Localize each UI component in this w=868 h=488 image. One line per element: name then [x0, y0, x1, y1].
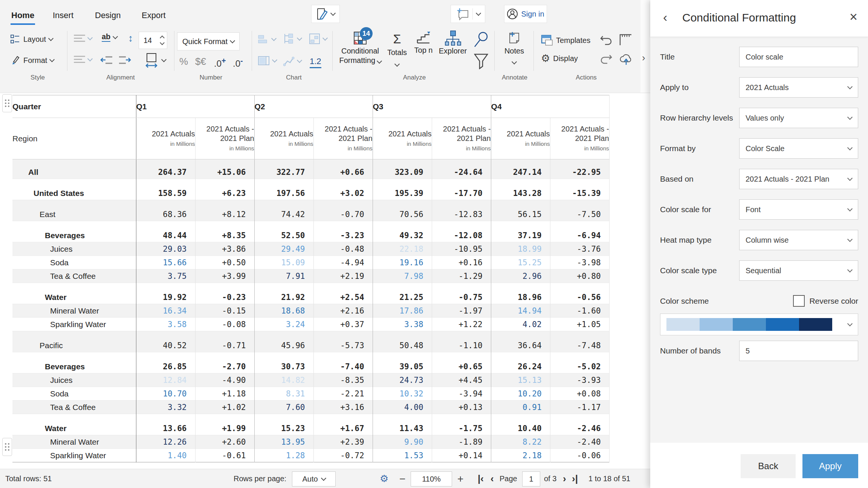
value-cell[interactable]: -4.94	[313, 256, 373, 269]
search-button[interactable]	[473, 31, 489, 48]
value-cell[interactable]: 7.91	[254, 269, 313, 283]
value-cell[interactable]: 26.85	[136, 352, 195, 373]
bar-chart-button[interactable]	[258, 34, 276, 44]
value-cell[interactable]: -0.75	[432, 283, 491, 304]
value-cell[interactable]: -2.70	[195, 352, 254, 373]
quarter-group-header[interactable]: Q3	[373, 95, 491, 118]
value-cell[interactable]: 40.52	[136, 331, 195, 352]
row-label-cell[interactable]: Beverages	[12, 221, 136, 242]
title-input[interactable]: Color scale	[739, 47, 858, 67]
value-cell[interactable]: -1.29	[432, 269, 491, 283]
value-cell[interactable]: -12.83	[432, 200, 491, 221]
value-cell[interactable]: 3.24	[254, 318, 313, 331]
value-cell[interactable]: 3.75	[136, 269, 195, 283]
expand-ribbon-icon[interactable]: ›	[642, 52, 645, 64]
value-cell[interactable]: 2.96	[491, 269, 550, 283]
value-cell[interactable]: -3.98	[550, 256, 609, 269]
value-cell[interactable]: +2.54	[313, 283, 373, 304]
apply-to-select[interactable]: 2021 Actuals	[739, 77, 858, 98]
table-drag-handle[interactable]	[2, 438, 12, 456]
value-cell[interactable]: 13.66	[136, 414, 195, 435]
hierarchy-chart-button[interactable]	[283, 33, 301, 44]
measure-header-delta[interactable]: 2021 Actuals -2021 Planin Millions	[432, 118, 491, 159]
currency-format-button[interactable]: $€	[195, 56, 206, 67]
row-label-cell[interactable]: All	[12, 159, 136, 179]
value-cell[interactable]: +0.80	[550, 269, 609, 283]
vertical-align-button[interactable]	[74, 35, 92, 42]
value-cell[interactable]: -2.46	[550, 414, 609, 435]
value-cell[interactable]: 323.09	[373, 159, 432, 179]
value-cell[interactable]: 17.86	[373, 304, 432, 318]
value-cell[interactable]: +3.99	[195, 269, 254, 283]
value-cell[interactable]: -24.64	[432, 159, 491, 179]
value-cell[interactable]: 143.28	[491, 179, 550, 200]
quick-format-dropdown[interactable]: Quick Format	[177, 32, 240, 50]
number-format-sample-button[interactable]: 1.2	[310, 57, 321, 68]
value-cell[interactable]: 1.28	[254, 449, 313, 462]
value-cell[interactable]: 197.56	[254, 179, 313, 200]
row-label-cell[interactable]: Sparkling Water	[12, 449, 136, 462]
value-cell[interactable]: 3.32	[136, 401, 195, 414]
line-chart-button[interactable]	[283, 56, 301, 66]
reverse-color-checkbox[interactable]	[793, 295, 805, 307]
column-width-button[interactable]	[145, 53, 166, 68]
notes-button[interactable]: Notes	[501, 32, 527, 65]
tab-insert[interactable]: Insert	[53, 11, 73, 20]
close-icon[interactable]: ×	[850, 9, 857, 25]
value-cell[interactable]: 15.23	[254, 414, 313, 435]
value-cell[interactable]: +1.67	[313, 414, 373, 435]
last-page-button[interactable]: ›|	[572, 469, 578, 488]
ruler-button[interactable]	[619, 34, 632, 46]
value-cell[interactable]: -0.70	[313, 200, 373, 221]
totals-button[interactable]: Σ Totals	[385, 32, 409, 67]
value-cell[interactable]: +1.18	[195, 387, 254, 401]
row-label-cell[interactable]: Mineral Water	[12, 304, 136, 318]
value-cell[interactable]: +3.02	[313, 179, 373, 200]
row-height-icon[interactable]: ↕	[128, 32, 133, 44]
value-cell[interactable]: -22.95	[550, 159, 609, 179]
row-label-cell[interactable]: Water	[12, 414, 136, 435]
tab-design[interactable]: Design	[95, 11, 121, 20]
zoom-in-button[interactable]: +	[457, 469, 463, 488]
value-cell[interactable]: 29.03	[136, 242, 195, 256]
value-cell[interactable]: 12.26	[136, 435, 195, 449]
value-cell[interactable]: 18.96	[491, 283, 550, 304]
value-cell[interactable]: -1.17	[550, 401, 609, 414]
font-size-stepper[interactable]: 14	[139, 32, 167, 49]
measure-header-actuals[interactable]: 2021 Actualsin Millions	[373, 118, 432, 159]
apply-button[interactable]: Apply	[802, 454, 858, 478]
value-cell[interactable]: 68.36	[136, 200, 195, 221]
value-cell[interactable]: +1.22	[432, 318, 491, 331]
value-cell[interactable]: 39.05	[373, 352, 432, 373]
wrap-text-button[interactable]: ab	[102, 32, 117, 42]
value-cell[interactable]: 195.39	[373, 179, 432, 200]
value-cell[interactable]: 9.90	[373, 435, 432, 449]
value-cell[interactable]: 16.34	[136, 304, 195, 318]
layout-chart-button[interactable]	[309, 33, 327, 44]
tab-export[interactable]: Export	[142, 11, 166, 20]
value-cell[interactable]: 21.25	[373, 283, 432, 304]
value-cell[interactable]: -5.02	[550, 352, 609, 373]
sign-in-button[interactable]: Sign in	[504, 5, 547, 23]
row-label-cell[interactable]: Pacific	[12, 331, 136, 352]
value-cell[interactable]: 30.73	[254, 352, 313, 373]
increase-decimal-button[interactable]: .0+	[214, 57, 226, 69]
value-cell[interactable]: -3.94	[432, 387, 491, 401]
value-cell[interactable]: +15.06	[195, 159, 254, 179]
value-cell[interactable]: -2.21	[313, 387, 373, 401]
quarter-group-header[interactable]: Q2	[254, 95, 373, 118]
measure-header-delta[interactable]: 2021 Actuals -2021 Planin Millions	[195, 118, 254, 159]
value-cell[interactable]: 22.18	[373, 242, 432, 256]
value-cell[interactable]: -1.97	[432, 304, 491, 318]
value-cell[interactable]: +0.50	[195, 256, 254, 269]
value-cell[interactable]: 1.40	[136, 449, 195, 462]
value-cell[interactable]: +3.86	[195, 242, 254, 256]
page-number-input[interactable]: 1	[522, 471, 540, 486]
filter-button[interactable]	[474, 54, 488, 69]
value-cell[interactable]: 7.98	[373, 269, 432, 283]
value-cell[interactable]: 10.70	[136, 387, 195, 401]
horizontal-align-button[interactable]	[74, 56, 92, 63]
edit-mode-button[interactable]	[311, 5, 340, 23]
value-cell[interactable]: -15.39	[550, 179, 609, 200]
value-cell[interactable]: 21.92	[254, 283, 313, 304]
